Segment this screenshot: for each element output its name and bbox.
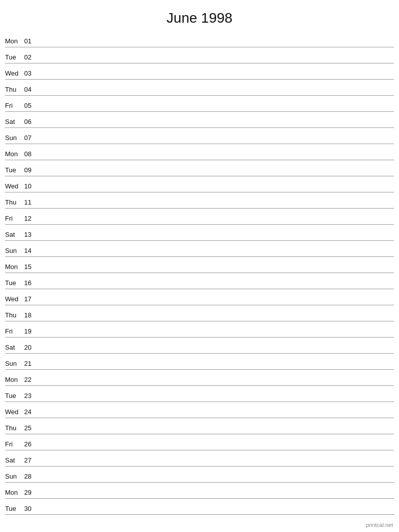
day-row: Sat27 [5, 450, 394, 467]
day-number: 02 [24, 53, 38, 62]
day-row: Wed24 [5, 402, 394, 418]
day-number: 20 [24, 344, 38, 352]
day-number: 18 [24, 311, 38, 320]
day-name: Wed [5, 295, 24, 304]
day-name: Sat [5, 231, 24, 239]
watermark: printcal.net [366, 522, 393, 528]
day-row: Mon22 [5, 370, 394, 386]
day-name: Mon [5, 489, 24, 497]
day-number: 23 [24, 392, 38, 401]
day-number: 09 [24, 166, 38, 175]
day-number: 05 [24, 102, 38, 110]
day-row: Tue09 [5, 160, 394, 176]
day-name: Tue [5, 392, 24, 401]
day-number: 24 [24, 408, 38, 417]
day-name: Mon [5, 376, 24, 384]
day-number: 17 [24, 295, 38, 304]
day-number: 26 [24, 440, 38, 449]
day-name: Wed [5, 408, 24, 417]
day-name: Thu [5, 86, 24, 94]
day-number: 30 [24, 505, 38, 513]
day-name: Wed [5, 182, 24, 191]
day-row: Fri26 [5, 434, 394, 450]
day-name: Tue [5, 279, 24, 288]
day-name: Sat [5, 344, 24, 352]
day-row: Sat13 [5, 225, 394, 241]
day-name: Tue [5, 53, 24, 62]
day-row: Mon29 [5, 483, 394, 499]
day-row: Wed03 [5, 63, 394, 80]
day-number: 01 [24, 37, 38, 46]
day-row: Thu11 [5, 192, 394, 209]
day-number: 14 [24, 247, 38, 255]
day-row: Fri12 [5, 209, 394, 225]
day-number: 16 [24, 279, 38, 288]
page-title: June 1998 [0, 0, 399, 31]
day-name: Mon [5, 150, 24, 159]
day-name: Tue [5, 505, 24, 513]
day-number: 11 [24, 198, 38, 207]
day-name: Fri [5, 327, 24, 336]
day-number: 15 [24, 263, 38, 272]
day-number: 19 [24, 327, 38, 336]
day-name: Thu [5, 311, 24, 320]
day-name: Sun [5, 473, 24, 481]
day-row: Sun14 [5, 241, 394, 257]
day-row: Thu04 [5, 80, 394, 96]
day-name: Thu [5, 424, 24, 433]
day-row: Mon08 [5, 144, 394, 160]
day-row: Sat06 [5, 112, 394, 128]
day-name: Fri [5, 102, 24, 110]
day-row: Tue23 [5, 386, 394, 402]
day-number: 21 [24, 360, 38, 368]
day-name: Sun [5, 360, 24, 368]
day-number: 27 [24, 456, 38, 465]
day-row: Sun28 [5, 467, 394, 483]
day-row: Thu25 [5, 418, 394, 434]
day-row: Wed10 [5, 176, 394, 192]
day-row: Thu18 [5, 305, 394, 321]
day-name: Sat [5, 456, 24, 465]
day-number: 07 [24, 134, 38, 143]
day-name: Sat [5, 118, 24, 126]
day-name: Sun [5, 247, 24, 255]
day-name: Fri [5, 440, 24, 449]
day-number: 28 [24, 473, 38, 481]
day-row: Mon15 [5, 257, 394, 273]
day-row: Wed17 [5, 289, 394, 305]
day-row: Tue30 [5, 499, 394, 515]
day-row: Mon01 [5, 31, 394, 47]
day-row: Sun21 [5, 354, 394, 370]
day-name: Mon [5, 37, 24, 46]
day-number: 06 [24, 118, 38, 126]
day-number: 12 [24, 215, 38, 223]
day-number: 10 [24, 182, 38, 191]
day-number: 03 [24, 70, 38, 78]
day-number: 08 [24, 150, 38, 159]
day-row: Sun07 [5, 128, 394, 144]
day-number: 13 [24, 231, 38, 239]
day-number: 25 [24, 424, 38, 433]
day-name: Sun [5, 134, 24, 143]
day-number: 22 [24, 376, 38, 384]
day-name: Fri [5, 215, 24, 223]
day-number: 04 [24, 86, 38, 94]
day-name: Wed [5, 70, 24, 78]
day-row: Fri19 [5, 321, 394, 338]
day-number: 29 [24, 489, 38, 497]
day-row: Tue16 [5, 273, 394, 289]
day-name: Tue [5, 166, 24, 175]
day-row: Tue02 [5, 47, 394, 63]
day-row: Fri05 [5, 96, 394, 112]
day-name: Mon [5, 263, 24, 272]
calendar-container: Mon01Tue02Wed03Thu04Fri05Sat06Sun07Mon08… [0, 31, 399, 515]
day-name: Thu [5, 198, 24, 207]
day-row: Sat20 [5, 338, 394, 354]
